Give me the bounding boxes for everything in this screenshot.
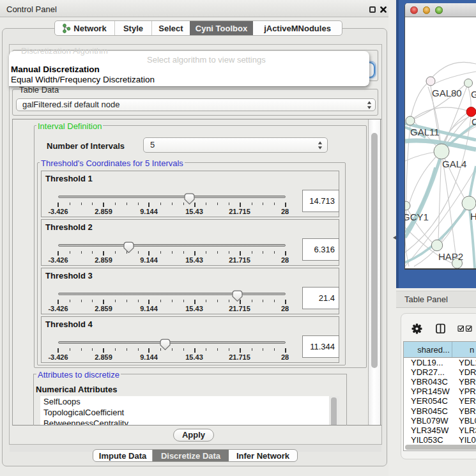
svg-text:GA: GA <box>471 89 476 100</box>
svg-text:HAP2: HAP2 <box>438 251 463 262</box>
svg-text:C: C <box>472 116 476 127</box>
svg-text:GAL80: GAL80 <box>432 88 462 98</box>
svg-text:GAL4: GAL4 <box>442 158 466 169</box>
svg-text:GCY1: GCY1 <box>405 211 429 222</box>
svg-text:HI: HI <box>470 211 476 222</box>
svg-text:GAL11: GAL11 <box>410 127 440 137</box>
